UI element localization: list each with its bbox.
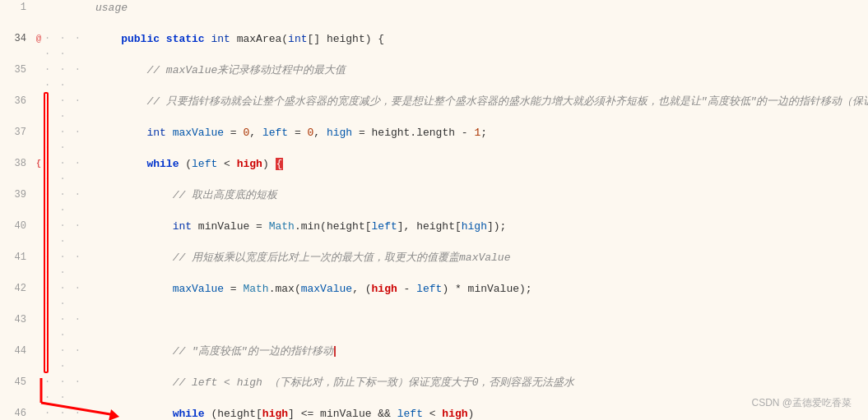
- line-num: 45: [0, 375, 33, 390]
- code-text: int minValue = Math.min(height[left], he…: [94, 219, 868, 234]
- dots: · · · · ·: [44, 31, 94, 62]
- code-text: while (left < high) {: [94, 156, 868, 172]
- bp: @: [33, 31, 44, 47]
- line-num: 46: [0, 406, 33, 420]
- code-line-41: 41 · · · · · // 用短板乘以宽度后比对上一次的最大值，取更大的值覆…: [0, 250, 868, 281]
- code-text: int maxValue = 0, left = 0, high = heigh…: [94, 125, 868, 141]
- code-line-46: 46 · · · · · while (height[high] <= minV…: [0, 406, 868, 420]
- line-num: 43: [0, 312, 33, 328]
- line-num: 35: [0, 62, 33, 78]
- dots: · · · · ·: [44, 250, 94, 281]
- code-text: // left < high （下标比对，防止下标一致）保证宽度大于0，否则容器…: [94, 375, 868, 390]
- dots: · · · · ·: [44, 219, 94, 250]
- code-text: public static int maxArea(int[] height) …: [94, 31, 868, 47]
- code-line-1: 1 usage: [0, 0, 868, 16]
- line-num: 36: [0, 94, 33, 109]
- line-num: 37: [0, 125, 33, 141]
- dots: · · · · ·: [44, 94, 94, 125]
- line-num: 44: [0, 344, 33, 359]
- code-text: // 只要指针移动就会让整个盛水容器的宽度减少，要是想让整个盛水容器的盛水能力增…: [94, 94, 868, 109]
- line-num: 38: [0, 156, 33, 172]
- code-line-42: 42 · · · · · maxValue = Math.max(maxValu…: [0, 281, 868, 312]
- dots: · · · · ·: [44, 344, 94, 375]
- code-line-35: 35 · · · · · // maxValue来记录移动过程中的最大值: [0, 62, 868, 94]
- code-line-blank: [0, 16, 868, 31]
- dots: · · · · ·: [44, 62, 94, 94]
- dots: · · · · ·: [44, 312, 94, 344]
- code-text: maxValue = Math.max(maxValue, (high - le…: [94, 281, 868, 297]
- code-text: // maxValue来记录移动过程中的最大值: [94, 62, 868, 78]
- line-num: 34: [0, 31, 33, 47]
- watermark: CSDN @孟德爱吃香菜: [751, 396, 852, 410]
- code-text: // "高度较低"的一边的指针移动: [94, 344, 868, 359]
- code-line-44: 44 · · · · · // "高度较低"的一边的指针移动: [0, 344, 868, 375]
- code-line-34: 34 @ · · · · · public static int maxArea…: [0, 31, 868, 62]
- code-line-38: 38 { · · · · · while (left < high) {: [0, 156, 868, 187]
- line-num: 40: [0, 219, 33, 234]
- bp-bracket: {: [33, 156, 44, 172]
- code-text: // 用短板乘以宽度后比对上一次的最大值，取更大的值覆盖maxValue: [94, 250, 868, 265]
- code-editor: 1 usage 34 @ · · · · · public static int…: [0, 0, 868, 420]
- dots: · · · · ·: [44, 406, 94, 420]
- line-num: 1: [0, 0, 33, 16]
- code-line-39: 39 · · · · · // 取出高度底的短板: [0, 187, 868, 219]
- dots: · · · · ·: [44, 156, 94, 187]
- code-line-40: 40 · · · · · int minValue = Math.min(hei…: [0, 219, 868, 250]
- code-text: usage: [94, 0, 868, 16]
- line-num: 42: [0, 281, 33, 297]
- dots: · · · · ·: [44, 125, 94, 156]
- code-text: // 取出高度底的短板: [94, 187, 868, 203]
- line-num: 41: [0, 250, 33, 265]
- code-line-36: 36 · · · · · // 只要指针移动就会让整个盛水容器的宽度减少，要是想…: [0, 94, 868, 125]
- line-num: 39: [0, 187, 33, 203]
- dots: · · · · ·: [44, 187, 94, 219]
- dots: · · · · ·: [44, 281, 94, 312]
- code-line-37: 37 · · · · · int maxValue = 0, left = 0,…: [0, 125, 868, 156]
- code-line-43: 43 · · · · ·: [0, 312, 868, 344]
- dots: · · · · ·: [44, 375, 94, 406]
- code-line-45: 45 · · · · · // left < high （下标比对，防止下标一致…: [0, 375, 868, 406]
